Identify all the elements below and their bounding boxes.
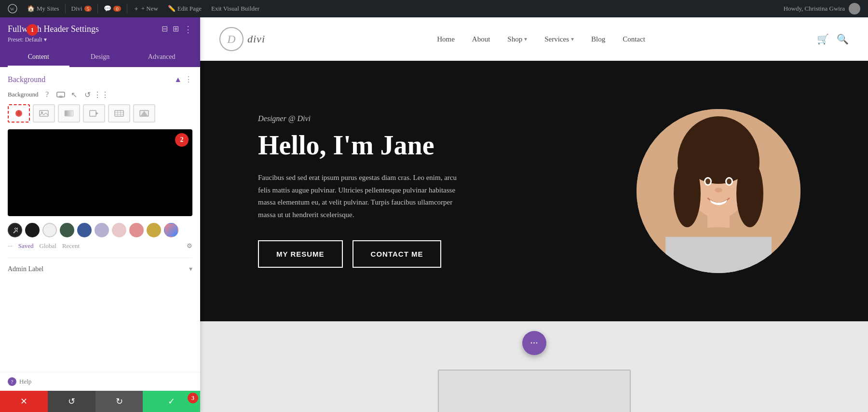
tab-advanced[interactable]: Advanced [131,48,192,67]
color-tabs-dots[interactable]: ··· [8,242,13,250]
background-section-title: Background [8,75,45,84]
panel-tabs: Content Design Advanced [8,48,192,67]
background-copy-icon[interactable]: ⋮⋮ [96,90,106,99]
site-nav: D divi Home About Shop Services Blog Con… [200,17,868,61]
main-content: D divi Home About Shop Services Blog Con… [200,17,868,412]
background-label-row: Background ? ↖ ↺ ⋮⋮ [8,90,192,99]
undo-icon: ↺ [68,396,75,407]
new-item[interactable]: ＋ + New [129,0,162,17]
hero-buttons: MY RESUME CONTACT ME [258,240,499,268]
background-collapse-arrow[interactable]: ▲ [174,75,182,84]
pattern-icon [114,110,124,117]
background-pointer-icon[interactable]: ↖ [69,90,79,99]
background-reset-icon[interactable]: ↺ [83,90,93,99]
swatch-navy[interactable] [77,223,92,237]
nav-home[interactable]: Home [437,35,455,43]
mask-icon [139,110,149,117]
background-types [8,104,192,123]
hero-description: Faucibus sed sed erat ipsum purus egesta… [258,172,470,221]
divi-item[interactable]: Divi 5 [68,0,96,17]
contact-button[interactable]: CONTACT ME [353,240,442,268]
color-tab-gear-icon[interactable]: ⚙ [187,242,192,250]
my-sites-item[interactable]: 🏠 My Sites [23,0,63,17]
image-icon [39,110,49,117]
exit-builder-item[interactable]: Exit Visual Builder [207,0,263,17]
svg-point-31 [715,188,722,192]
help-label[interactable]: Help [19,378,31,385]
panel-responsive-icon[interactable]: ⊟ [162,24,168,35]
background-help-icon[interactable]: ? [42,90,52,99]
panel-more-icon[interactable]: ⋮ [184,24,192,35]
color-preview-wrapper: 2 [8,129,192,216]
cancel-button[interactable]: ✕ [0,391,48,412]
bg-type-pattern[interactable] [108,104,130,123]
color-tab-global[interactable]: Global [40,242,56,250]
swatch-lightpink[interactable] [112,223,126,237]
panel-preset[interactable]: Preset: Default ▾ [8,36,192,43]
swatch-lavender[interactable] [95,223,109,237]
admin-label-header[interactable]: Admin Label ▾ [8,265,192,273]
eyedropper-icon [12,227,18,233]
bg-type-gradient[interactable] [58,104,80,123]
color-icon [14,109,24,118]
hero-subtitle: Designer @ Divi [258,114,499,123]
nav-services[interactable]: Services [544,35,574,43]
svg-point-26 [682,121,755,184]
logo-circle: D [219,27,244,51]
my-sites-label: My Sites [37,5,59,13]
cancel-icon: ✕ [20,396,27,407]
floating-menu-icon: ··· [530,337,538,349]
comment-icon: 💬 [104,5,111,13]
nav-shop[interactable]: Shop [507,35,527,43]
panel-columns-icon[interactable]: ⊞ [173,24,179,35]
swatch-eyedropper[interactable] [8,223,22,237]
tab-design[interactable]: Design [69,48,131,67]
bg-type-color[interactable] [8,104,30,123]
below-hero: ··· [200,321,868,412]
logo-text: divi [247,33,265,45]
color-tabs: ··· Saved Global Recent ⚙ [8,242,192,250]
background-section-menu[interactable]: ⋮ [185,75,192,84]
color-tab-recent[interactable]: Recent [62,242,80,250]
wp-logo-item[interactable]: W [4,0,21,17]
swatch-black[interactable] [25,223,40,237]
panel-header: 1 Fullwidth Header Settings Preset: Defa… [0,17,200,67]
resume-button[interactable]: MY RESUME [258,240,343,268]
hero-avatar [637,109,800,273]
color-preview[interactable] [8,129,192,216]
edit-page-item[interactable]: ✏️ Edit Page [164,0,205,17]
user-greeting-item[interactable]: Howdy, Christina Gwira [780,0,864,17]
redo-button[interactable]: ↻ [95,391,143,412]
search-icon[interactable]: 🔍 [837,33,849,45]
background-label: Background [8,91,39,98]
nav-about[interactable]: About [472,35,490,43]
divi-label: Divi [71,5,82,13]
hero-text: Designer @ Divi Hello, I'm Jane Faucibus… [258,114,499,268]
bg-type-image[interactable] [33,104,55,123]
background-responsive-icon[interactable] [56,90,66,99]
background-section-header: Background ▲ ⋮ [8,75,192,84]
swatch-white[interactable] [42,223,57,237]
user-greeting: Howdy, Christina Gwira [784,5,845,13]
admin-bar-right: Howdy, Christina Gwira [780,0,864,17]
save-button[interactable]: ✓ 3 [143,391,200,412]
nav-blog[interactable]: Blog [591,35,605,43]
color-tab-saved[interactable]: Saved [18,242,34,250]
avatar [849,3,860,14]
comments-item[interactable]: 💬 0 [100,0,125,17]
undo-button[interactable]: ↺ [48,391,95,412]
nav-icons: 🛒 🔍 [817,33,849,45]
svg-text:W: W [10,7,14,12]
swatch-gradient[interactable] [164,223,178,237]
bg-type-mask[interactable] [133,104,155,123]
cart-icon[interactable]: 🛒 [817,33,829,45]
swatch-pink[interactable] [129,223,144,237]
nav-contact[interactable]: Contact [623,35,645,43]
swatch-gold[interactable] [147,223,161,237]
site-logo: D divi [219,27,265,51]
tab-content[interactable]: Content [8,48,69,67]
floating-menu-button[interactable]: ··· [522,331,546,355]
swatch-darkgreen[interactable] [60,223,74,237]
svg-rect-5 [40,110,48,116]
bg-type-video[interactable] [83,104,105,123]
